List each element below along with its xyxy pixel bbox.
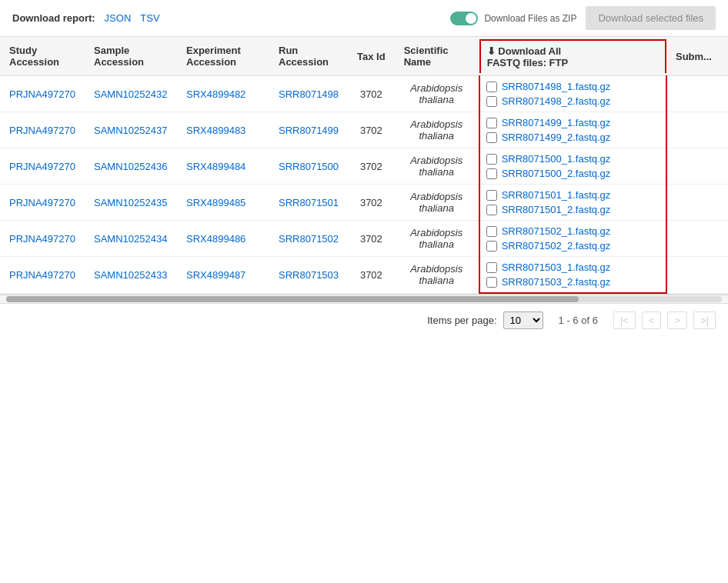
fastq-row: SRR8071498_2.fastq.gz xyxy=(486,94,660,108)
run-accession-link[interactable]: SRR8071498 xyxy=(279,88,339,100)
table-row: PRJNA497270SAMN10252435SRX4899485SRR8071… xyxy=(0,185,728,221)
fastq-checkbox[interactable] xyxy=(486,262,497,273)
cell-experiment-accession: SRX4899482 xyxy=(177,76,269,112)
fastq-checkbox[interactable] xyxy=(486,132,497,143)
fastq-file-link[interactable]: SRR8071498_1.fastq.gz xyxy=(502,81,611,92)
study-accession-link[interactable]: PRJNA497270 xyxy=(9,233,75,245)
fastq-file-link[interactable]: SRR8071502_2.fastq.gz xyxy=(502,240,611,252)
cell-run-accession: SRR8071501 xyxy=(269,185,348,221)
fastq-file-link[interactable]: SRR8071500_2.fastq.gz xyxy=(502,168,611,179)
scrollbar-track xyxy=(6,296,722,302)
cell-run-accession: SRR8071502 xyxy=(269,221,348,257)
fastq-checkbox[interactable] xyxy=(486,154,497,165)
experiment-accession-link[interactable]: SRX4899482 xyxy=(186,88,245,100)
run-accession-link[interactable]: SRR8071500 xyxy=(279,161,339,172)
cell-tax-id: 3702 xyxy=(348,112,395,148)
sample-accession-link[interactable]: SAMN10252437 xyxy=(94,125,167,136)
run-accession-link[interactable]: SRR8071501 xyxy=(279,197,339,208)
study-accession-link[interactable]: PRJNA497270 xyxy=(9,125,75,136)
cell-sample-accession: SAMN10252433 xyxy=(85,257,177,294)
cell-run-accession: SRR8071500 xyxy=(269,148,348,185)
download-icon: ⬇ xyxy=(487,45,496,57)
cell-tax-id: 3702 xyxy=(348,76,395,112)
th-run-accession: RunAccession xyxy=(269,37,348,76)
table-row: PRJNA497270SAMN10252433SRX4899487SRR8071… xyxy=(0,257,728,294)
cell-sample-accession: SAMN10252436 xyxy=(85,148,177,185)
experiment-accession-link[interactable]: SRX4899485 xyxy=(186,197,245,208)
cell-run-accession: SRR8071498 xyxy=(269,76,348,112)
fastq-file-link[interactable]: SRR8071500_1.fastq.gz xyxy=(502,153,611,165)
fastq-checkbox[interactable] xyxy=(486,226,497,237)
sample-accession-link[interactable]: SAMN10252435 xyxy=(94,197,167,208)
top-bar: Download report: JSON TSV Download Files… xyxy=(0,0,728,37)
fastq-checkbox[interactable] xyxy=(486,118,497,128)
sample-accession-link[interactable]: SAMN10252433 xyxy=(94,269,167,281)
sample-accession-link[interactable]: SAMN10252434 xyxy=(94,233,167,245)
cell-sample-accession: SAMN10252432 xyxy=(85,76,177,112)
fastq-file-link[interactable]: SRR8071499_2.fastq.gz xyxy=(502,132,611,143)
cell-sample-accession: SAMN10252437 xyxy=(85,112,177,148)
study-accession-link[interactable]: PRJNA497270 xyxy=(9,88,75,100)
study-accession-link[interactable]: PRJNA497270 xyxy=(9,197,75,208)
download-report-label: Download report: xyxy=(12,12,95,24)
fastq-ftp-label: FASTQ files: FTP xyxy=(487,57,659,68)
scrollbar-thumb[interactable] xyxy=(6,296,579,302)
table-body: PRJNA497270SAMN10252432SRX4899482SRR8071… xyxy=(0,76,728,294)
cell-submitted xyxy=(666,76,728,112)
fastq-file-link[interactable]: SRR8071503_2.fastq.gz xyxy=(502,276,611,288)
fastq-checkbox[interactable] xyxy=(486,190,497,201)
pagination-next-button[interactable]: > xyxy=(667,311,687,329)
fastq-row: SRR8071498_1.fastq.gz xyxy=(486,79,660,94)
fastq-row: SRR8071503_2.fastq.gz xyxy=(486,275,660,289)
pagination-last-button[interactable]: >| xyxy=(693,311,716,329)
cell-experiment-accession: SRX4899485 xyxy=(177,185,269,221)
cell-scientific-name: Arabidopsisthaliana xyxy=(395,185,479,221)
table-row: PRJNA497270SAMN10252437SRX4899483SRR8071… xyxy=(0,112,728,148)
fastq-checkbox[interactable] xyxy=(486,96,497,107)
fastq-row: SRR8071503_1.fastq.gz xyxy=(486,260,660,275)
cell-fastq: SRR8071501_1.fastq.gzSRR8071501_2.fastq.… xyxy=(479,185,666,221)
fastq-checkbox[interactable] xyxy=(486,205,497,215)
fastq-file-link[interactable]: SRR8071501_1.fastq.gz xyxy=(502,189,611,201)
tsv-link[interactable]: TSV xyxy=(140,12,159,24)
th-tax-id: Tax Id xyxy=(348,37,395,76)
fastq-checkbox[interactable] xyxy=(486,277,497,288)
fastq-file-link[interactable]: SRR8071502_1.fastq.gz xyxy=(502,225,611,237)
download-zip-toggle[interactable] xyxy=(450,12,478,25)
run-accession-link[interactable]: SRR8071502 xyxy=(279,233,339,245)
items-per-page-select[interactable]: 10 25 50 100 xyxy=(503,311,543,329)
download-all-button[interactable]: ⬇ Download All xyxy=(487,45,659,57)
experiment-accession-link[interactable]: SRX4899484 xyxy=(186,161,245,172)
run-accession-link[interactable]: SRR8071499 xyxy=(279,125,339,136)
download-selected-button[interactable]: Download selected files xyxy=(586,6,716,30)
download-zip-toggle-container: Download Files as ZIP xyxy=(450,12,576,25)
cell-scientific-name: Arabidopsisthaliana xyxy=(395,148,479,185)
experiment-accession-link[interactable]: SRX4899483 xyxy=(186,125,245,136)
sample-accession-link[interactable]: SAMN10252432 xyxy=(94,88,167,100)
fastq-checkbox[interactable] xyxy=(486,168,497,179)
fastq-checkbox[interactable] xyxy=(486,241,497,252)
table-header-row: StudyAccession SampleAccession Experimen… xyxy=(0,37,728,76)
study-accession-link[interactable]: PRJNA497270 xyxy=(9,269,75,281)
fastq-file-link[interactable]: SRR8071499_1.fastq.gz xyxy=(502,117,611,128)
pagination-prev-button[interactable]: < xyxy=(642,311,662,329)
pagination-range: 1 - 6 of 6 xyxy=(559,315,598,326)
sample-accession-link[interactable]: SAMN10252436 xyxy=(94,161,167,172)
fastq-file-link[interactable]: SRR8071498_2.fastq.gz xyxy=(502,95,611,107)
fastq-row: SRR8071500_2.fastq.gz xyxy=(486,166,660,181)
experiment-accession-link[interactable]: SRX4899486 xyxy=(186,233,245,245)
json-link[interactable]: JSON xyxy=(105,12,132,24)
study-accession-link[interactable]: PRJNA497270 xyxy=(9,161,75,172)
pagination-bar: Items per page: 10 25 50 100 1 - 6 of 6 … xyxy=(0,304,728,337)
run-accession-link[interactable]: SRR8071503 xyxy=(279,269,339,281)
toggle-knob xyxy=(466,13,476,24)
cell-fastq: SRR8071500_1.fastq.gzSRR8071500_2.fastq.… xyxy=(479,148,666,185)
pagination-first-button[interactable]: |< xyxy=(613,311,636,329)
fastq-row: SRR8071499_2.fastq.gz xyxy=(486,130,660,145)
fastq-checkbox[interactable] xyxy=(486,82,497,92)
fastq-file-link[interactable]: SRR8071501_2.fastq.gz xyxy=(502,204,611,215)
scrollbar-area[interactable] xyxy=(0,295,728,304)
fastq-file-link[interactable]: SRR8071503_1.fastq.gz xyxy=(502,262,611,273)
data-table-wrapper: StudyAccession SampleAccession Experimen… xyxy=(0,37,728,295)
experiment-accession-link[interactable]: SRX4899487 xyxy=(186,269,245,281)
